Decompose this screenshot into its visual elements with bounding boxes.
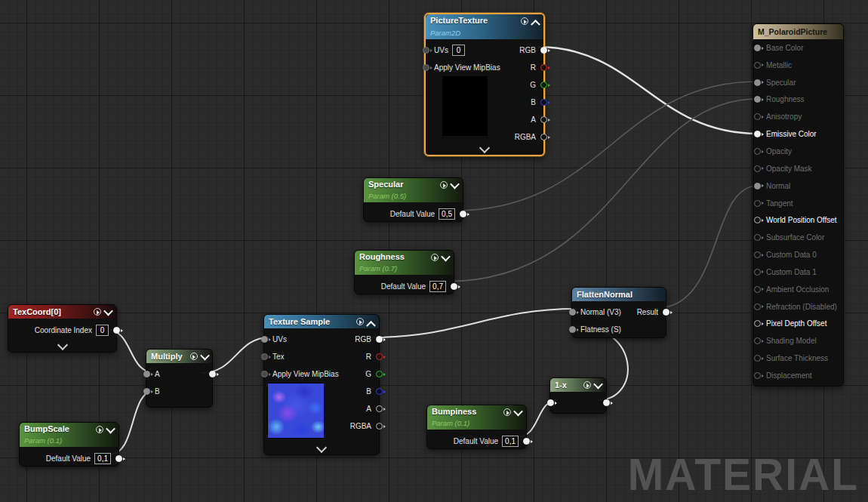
- mat-pin-displacement[interactable]: [754, 372, 761, 379]
- preview-toggle-icon[interactable]: [356, 318, 364, 325]
- pt-rgb-pin[interactable]: [540, 47, 547, 54]
- ts-r-pin[interactable]: [376, 353, 383, 360]
- preview-toggle-icon[interactable]: [583, 381, 591, 389]
- ts-tex-pin[interactable]: [261, 353, 268, 360]
- node-texture-sample[interactable]: Texture Sample UVs RGB Tex R Apply View …: [263, 314, 380, 455]
- expand-chevron-icon[interactable]: [57, 340, 67, 350]
- mat-pin-metallic[interactable]: [754, 62, 761, 69]
- ts-g-pin[interactable]: [376, 371, 383, 377]
- mat-pin-tangent[interactable]: [754, 200, 761, 207]
- default-value[interactable]: 0,5: [439, 208, 455, 220]
- expand-chevron-icon[interactable]: [316, 442, 327, 453]
- pt-uvs-pin[interactable]: [423, 47, 429, 54]
- preview-toggle-icon[interactable]: [190, 353, 198, 360]
- pt-g-pin[interactable]: [540, 82, 547, 88]
- mat-pin-base-color[interactable]: [754, 45, 761, 51]
- multiply-input-b-pin[interactable]: [143, 388, 150, 395]
- node-one-minus-x[interactable]: 1-x: [549, 377, 607, 414]
- pt-b-pin[interactable]: [540, 99, 547, 106]
- wire-flattennormal-to-material-normal[interactable]: [657, 186, 758, 308]
- node-texcoord-header[interactable]: TexCoord[0]: [8, 305, 116, 319]
- chevron-up-icon[interactable]: [366, 320, 376, 330]
- chevron-up-icon[interactable]: [531, 20, 540, 29]
- mat-pin-ambient-occlusion[interactable]: [754, 286, 761, 293]
- node-texcoord[interactable]: TexCoord[0] Coordinate Index 0: [8, 304, 117, 353]
- pt-mipbias-pin[interactable]: [423, 64, 429, 71]
- preview-toggle-icon[interactable]: [521, 17, 528, 25]
- default-value[interactable]: 0,1: [502, 436, 519, 447]
- preview-toggle-icon[interactable]: [431, 254, 439, 261]
- pt-r-pin[interactable]: [540, 64, 547, 71]
- mat-pin-refraction[interactable]: [754, 303, 761, 310]
- chevron-down-icon[interactable]: [593, 379, 603, 389]
- node-flatten-normal-header[interactable]: FlattenNormal: [572, 288, 666, 301]
- node-bumpscale-header[interactable]: BumpScale Param (0.1): [20, 423, 119, 447]
- ts-a-pin[interactable]: [376, 405, 383, 412]
- ts-mipbias-pin[interactable]: [261, 371, 268, 377]
- mat-pin-surface-thickness[interactable]: [754, 355, 761, 362]
- node-specular[interactable]: Specular Param (0.5) Default Value 0,5: [363, 177, 463, 222]
- material-graph-canvas[interactable]: TexCoord[0] Coordinate Index 0 BumpScale…: [0, 0, 868, 502]
- chevron-down-icon[interactable]: [200, 350, 210, 360]
- default-value[interactable]: 0,1: [94, 453, 111, 464]
- node-multiply-header[interactable]: Multiply: [146, 350, 212, 363]
- mat-pin-opacity[interactable]: [754, 148, 761, 155]
- specular-output-pin[interactable]: [460, 211, 466, 217]
- pt-uvs-value[interactable]: 0: [452, 45, 465, 56]
- mat-pin-specular[interactable]: [754, 79, 761, 86]
- node-flatten-normal[interactable]: FlattenNormal Normal (V3) Result Flatnes…: [571, 287, 666, 338]
- preview-toggle-icon[interactable]: [503, 408, 511, 416]
- mat-pin-shading-model[interactable]: [754, 337, 761, 344]
- node-material-result[interactable]: M_PolaroidPicture Base Color Metallic Sp…: [753, 23, 844, 387]
- node-roughness[interactable]: Roughness Param (0.7) Default Value 0,7: [354, 250, 454, 294]
- bumpiness-output-pin[interactable]: [523, 438, 530, 445]
- node-bumpiness[interactable]: Bumpiness Param (0.1) Default Value 0,1: [426, 405, 527, 449]
- roughness-output-pin[interactable]: [451, 283, 457, 290]
- preview-toggle-icon[interactable]: [94, 308, 101, 316]
- node-roughness-header[interactable]: Roughness Param (0.7): [355, 251, 454, 275]
- chevron-down-icon[interactable]: [513, 407, 523, 417]
- mat-pin-custom-data-0[interactable]: [754, 251, 761, 258]
- node-picture-texture-header[interactable]: PictureTexture Param2D: [426, 14, 543, 39]
- multiply-input-a-pin[interactable]: [143, 371, 150, 377]
- chevron-down-icon[interactable]: [106, 424, 115, 434]
- coordinate-index-value[interactable]: 0: [96, 325, 109, 336]
- preview-toggle-icon[interactable]: [440, 181, 448, 189]
- one-minus-x-output-pin[interactable]: [603, 399, 610, 406]
- pt-rgba-pin[interactable]: [540, 134, 547, 140]
- default-value[interactable]: 0,7: [429, 281, 446, 292]
- mat-pin-opacity-mask[interactable]: [754, 165, 761, 172]
- mat-pin-emissive-color[interactable]: [754, 131, 761, 137]
- chevron-down-icon[interactable]: [441, 252, 451, 262]
- chevron-down-icon[interactable]: [103, 306, 113, 316]
- mat-pin-anisotropy[interactable]: [754, 113, 761, 120]
- node-texture-sample-header[interactable]: Texture Sample: [264, 315, 379, 328]
- flatten-normal-input-pin[interactable]: [569, 309, 576, 316]
- node-bumpscale[interactable]: BumpScale Param (0.1) Default Value 0,1: [19, 422, 119, 467]
- mat-pin-roughness[interactable]: [754, 96, 761, 103]
- node-material-header[interactable]: M_PolaroidPicture: [753, 24, 843, 39]
- node-specular-header[interactable]: Specular Param (0.5): [364, 178, 463, 202]
- mat-pin-normal[interactable]: [754, 183, 761, 189]
- mat-pin-world-position-offset[interactable]: [754, 217, 761, 223]
- node-one-minus-x-header[interactable]: 1-x: [550, 378, 606, 392]
- mat-pin-custom-data-1[interactable]: [754, 269, 761, 276]
- node-multiply[interactable]: Multiply A B: [146, 349, 213, 408]
- one-minus-x-input-pin[interactable]: [547, 399, 554, 406]
- texture-sample-preview[interactable]: [267, 383, 325, 439]
- bumpscale-output-pin[interactable]: [115, 455, 122, 462]
- preview-toggle-icon[interactable]: [96, 426, 103, 433]
- texcoord-output-pin[interactable]: [113, 327, 120, 334]
- wire-picturetexture-rgb-to-emissive[interactable]: [537, 47, 758, 134]
- multiply-output-pin[interactable]: [209, 371, 216, 377]
- wire-texturesample-rgb-to-flattennormal[interactable]: [371, 309, 577, 337]
- pt-a-pin[interactable]: [540, 116, 547, 123]
- ts-rgba-pin[interactable]: [376, 423, 383, 430]
- chevron-down-icon[interactable]: [450, 180, 460, 189]
- mat-pin-subsurface-color[interactable]: [754, 234, 761, 241]
- flatten-result-pin[interactable]: [663, 309, 669, 316]
- picture-texture-preview[interactable]: [442, 76, 488, 136]
- mat-pin-pixel-depth-offset[interactable]: [754, 320, 761, 327]
- node-picture-texture[interactable]: PictureTexture Param2D UVs 0 RGB Apply V…: [424, 13, 545, 156]
- node-bumpiness-header[interactable]: Bumpiness Param (0.1): [427, 405, 526, 430]
